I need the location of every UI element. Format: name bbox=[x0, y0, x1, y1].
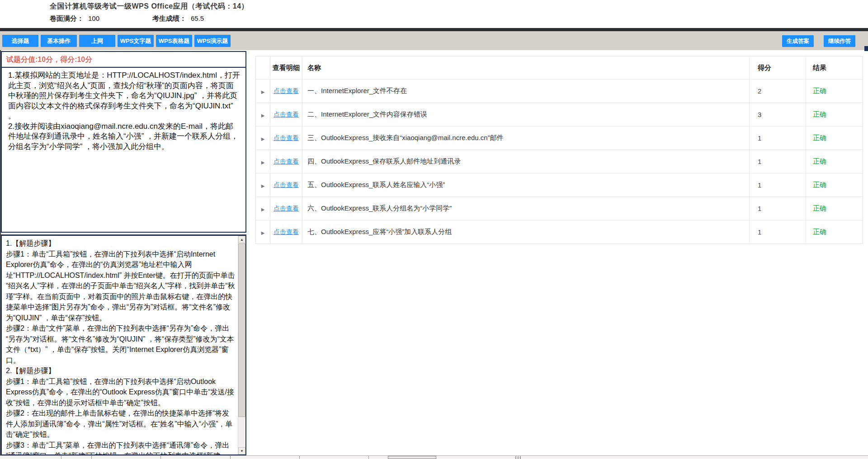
full-score-value: 100 bbox=[88, 14, 99, 22]
taskbar-divider bbox=[160, 456, 161, 459]
expand-row-icon[interactable]: ▶ bbox=[261, 230, 265, 235]
table-row: ▶ 点击查看 二、InternetExplorer_文件内容保存错误 3 正确 bbox=[256, 103, 863, 126]
result-score: 1 bbox=[750, 197, 806, 220]
view-detail-link[interactable]: 点击查看 bbox=[274, 181, 299, 188]
result-status: 正确 bbox=[806, 150, 863, 173]
corner-marker bbox=[864, 46, 868, 51]
result-score: 1 bbox=[750, 150, 806, 173]
expand-row-icon[interactable]: ▶ bbox=[261, 160, 265, 165]
full-score-label: 卷面满分： bbox=[50, 14, 84, 22]
view-detail-link[interactable]: 点击查看 bbox=[274, 134, 299, 141]
tab-multiple-choice[interactable]: 选择题 bbox=[2, 35, 38, 47]
result-column-header: 结果 bbox=[806, 56, 863, 80]
exam-title: 全国计算机等级考试一级WPS Office应用（考试代码：14） bbox=[50, 2, 249, 11]
tab-wps-presentation[interactable]: WPS演示题 bbox=[194, 35, 231, 47]
taskbar-strip bbox=[0, 455, 868, 459]
question-text: 1.某模拟网站的主页地址是：HTTP://LOCALHOST/index.htm… bbox=[2, 68, 245, 152]
score-column-header: 得分 bbox=[750, 56, 806, 80]
result-status: 正确 bbox=[806, 173, 863, 197]
table-row: ▶ 点击查看 一、InternetExplorer_文件不存在 2 正确 bbox=[256, 80, 863, 103]
view-detail-link[interactable]: 点击查看 bbox=[274, 111, 299, 118]
result-score: 1 bbox=[750, 220, 806, 244]
taskbar-divider bbox=[230, 456, 231, 459]
name-column-header: 名称 bbox=[302, 56, 750, 80]
solution-scrollbar[interactable]: ▲ ▼ bbox=[238, 236, 245, 454]
expand-row-icon[interactable]: ▶ bbox=[261, 183, 265, 188]
result-status: 正确 bbox=[806, 197, 863, 220]
taskbar-divider bbox=[91, 456, 92, 459]
scroll-up-icon[interactable]: ▲ bbox=[238, 236, 245, 243]
expand-row-icon[interactable]: ▶ bbox=[261, 113, 265, 118]
expand-row-icon[interactable]: ▶ bbox=[261, 89, 265, 94]
result-score: 2 bbox=[750, 80, 806, 103]
result-status: 正确 bbox=[806, 126, 863, 150]
tab-wps-word[interactable]: WPS文字题 bbox=[118, 35, 154, 47]
question-score-line: 试题分值:10分，得分:10分 bbox=[2, 52, 245, 67]
continue-answer-button[interactable]: 继续作答 bbox=[824, 35, 855, 47]
top-header: 全国计算机等级考试一级WPS Office应用（考试代码：14） 卷面满分：10… bbox=[0, 0, 868, 28]
result-name: 二、InternetExplorer_文件内容保存错误 bbox=[302, 103, 750, 126]
view-detail-link[interactable]: 点击查看 bbox=[274, 228, 299, 235]
result-status: 正确 bbox=[806, 80, 863, 103]
table-row: ▶ 点击查看 六、OutlookExpress_联系人分组名为“小学同学” 1 … bbox=[256, 197, 863, 220]
results-table: 查看明细 名称 得分 结果 ▶ 点击查看 一、InternetExplorer_… bbox=[255, 56, 863, 244]
tab-group: 选择题 基本操作 上网 WPS文字题 WPS表格题 WPS演示题 bbox=[2, 35, 231, 47]
generate-answer-button[interactable]: 生成答案 bbox=[782, 35, 814, 47]
header-divider-bar bbox=[0, 28, 868, 31]
result-name: 四、OutlookExpress_保存联系人邮件地址到通讯录 bbox=[302, 150, 750, 173]
tab-internet[interactable]: 上网 bbox=[79, 35, 115, 47]
expand-row-icon[interactable]: ▶ bbox=[261, 207, 265, 212]
detail-column-header: 查看明细 bbox=[270, 56, 302, 80]
taskbar-divider bbox=[299, 456, 300, 459]
result-status: 正确 bbox=[806, 103, 863, 126]
result-name: 一、InternetExplorer_文件不存在 bbox=[302, 80, 750, 103]
table-row: ▶ 点击查看 五、OutlookExpress_联系人姓名应输入“小强” 1 正… bbox=[256, 173, 863, 197]
taskbar-active-button[interactable] bbox=[388, 456, 436, 459]
student-score-value: 65.5 bbox=[191, 14, 204, 22]
expander-column-header bbox=[256, 56, 270, 80]
table-row: ▶ 点击查看 三、OutlookExpress_接收来自“xiaoqiang@m… bbox=[256, 126, 863, 150]
tab-wps-spreadsheet[interactable]: WPS表格题 bbox=[156, 35, 192, 47]
view-detail-link[interactable]: 点击查看 bbox=[274, 158, 299, 165]
student-score-label: 考生成绩： bbox=[152, 14, 186, 22]
score-row: 卷面满分：100 考生成绩：65.5 bbox=[50, 14, 99, 23]
scroll-down-icon[interactable]: ▼ bbox=[238, 447, 245, 454]
result-name: 五、OutlookExpress_联系人姓名应输入“小强” bbox=[302, 173, 750, 197]
exam-review-screen: 全国计算机等级考试一级WPS Office应用（考试代码：14） 卷面满分：10… bbox=[0, 0, 868, 459]
tab-bar: 选择题 基本操作 上网 WPS文字题 WPS表格题 WPS演示题 生成答案 继续… bbox=[0, 31, 868, 50]
tab-basic-operation[interactable]: 基本操作 bbox=[41, 35, 77, 47]
result-name: 六、OutlookExpress_联系人分组名为“小学同学” bbox=[302, 197, 750, 220]
table-row: ▶ 点击查看 四、OutlookExpress_保存联系人邮件地址到通讯录 1 … bbox=[256, 150, 863, 173]
result-score: 1 bbox=[750, 126, 806, 150]
question-panel: 试题分值:10分，得分:10分 1.某模拟网站的主页地址是：HTTP://LOC… bbox=[1, 51, 246, 233]
solution-panel: 1.【解题步骤】 步骤1：单击“工具箱”按钮，在弹出的下拉列表中选择“启动Int… bbox=[1, 234, 246, 455]
result-score: 3 bbox=[750, 103, 806, 126]
result-score: 1 bbox=[750, 173, 806, 197]
result-name: 三、OutlookExpress_接收来自“xiaoqiang@mail.ncr… bbox=[302, 126, 750, 150]
view-detail-link[interactable]: 点击查看 bbox=[274, 87, 299, 94]
expand-row-icon[interactable]: ▶ bbox=[261, 136, 265, 141]
scrollbar-thumb[interactable] bbox=[238, 244, 245, 417]
taskbar-grip bbox=[515, 456, 522, 459]
table-header-row: 查看明细 名称 得分 结果 bbox=[256, 56, 863, 80]
solution-text: 1.【解题步骤】 步骤1：单击“工具箱”按钮，在弹出的下拉列表中选择“启动Int… bbox=[2, 236, 238, 454]
table-row: ▶ 点击查看 七、OutlookExpress_应将“小强”加入联系人分组 1 … bbox=[256, 220, 863, 244]
taskbar-divider bbox=[368, 456, 369, 459]
view-detail-link[interactable]: 点击查看 bbox=[274, 205, 299, 212]
result-name: 七、OutlookExpress_应将“小强”加入联系人分组 bbox=[302, 220, 750, 244]
taskbar-divider bbox=[61, 456, 61, 459]
result-status: 正确 bbox=[806, 220, 863, 244]
